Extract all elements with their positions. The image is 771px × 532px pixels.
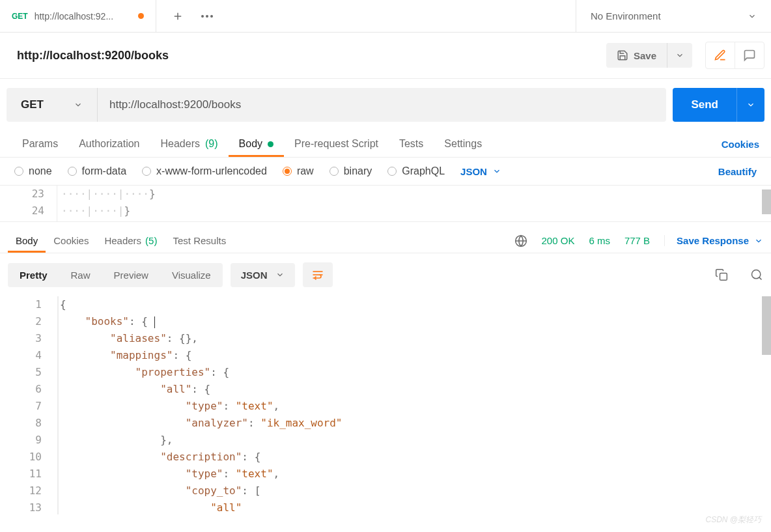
edit-button[interactable] xyxy=(706,42,735,68)
svg-point-10 xyxy=(752,270,761,279)
comment-button[interactable] xyxy=(735,42,764,68)
send-dropdown[interactable] xyxy=(736,88,764,122)
environment-selector[interactable]: No Environment xyxy=(576,0,771,32)
request-tabs: Params Authorization Headers (9) Body Pr… xyxy=(0,131,771,158)
tab-settings[interactable]: Settings xyxy=(434,131,492,157)
send-group: Send xyxy=(673,88,764,122)
svg-point-4 xyxy=(210,15,213,18)
radio-raw[interactable]: raw xyxy=(283,165,314,177)
tab-params[interactable]: Params xyxy=(12,131,68,157)
resp-tab-headers[interactable]: Headers (5) xyxy=(96,229,165,253)
tab-title: http://localhost:92... xyxy=(35,11,132,21)
view-raw[interactable]: Raw xyxy=(59,263,102,287)
request-header: http://localhost:9200/books Save xyxy=(0,33,771,79)
method-select[interactable]: GET xyxy=(7,88,98,122)
status-code: 200 OK xyxy=(542,235,575,246)
method-url-group: GET xyxy=(7,88,666,122)
view-pretty[interactable]: Pretty xyxy=(8,263,59,287)
tab-actions xyxy=(156,0,229,32)
comment-icon xyxy=(743,49,756,62)
wrap-icon xyxy=(311,268,325,281)
response-language-select[interactable]: JSON xyxy=(231,263,295,287)
chevron-down-icon xyxy=(754,236,763,245)
view-visualize[interactable]: Visualize xyxy=(160,263,223,287)
tab-tests[interactable]: Tests xyxy=(389,131,434,157)
response-view-row: Pretty Raw Preview Visualize JSON xyxy=(0,253,771,296)
chevron-down-icon xyxy=(492,167,501,176)
chevron-down-icon xyxy=(275,270,285,279)
tab-headers[interactable]: Headers (9) xyxy=(150,131,229,157)
resp-tab-cookies[interactable]: Cookies xyxy=(46,229,96,253)
watermark: CSDN @梨轻巧 xyxy=(705,514,761,525)
tab-bar: GET http://localhost:92... No Environmen… xyxy=(0,0,771,33)
svg-point-3 xyxy=(206,15,208,18)
response-tabs: Body Cookies Headers (5) Test Results 20… xyxy=(0,222,771,253)
chevron-down-icon xyxy=(748,12,757,21)
body-language-select[interactable]: JSON xyxy=(460,166,501,177)
chevron-down-icon xyxy=(74,100,83,109)
status-size: 777 B xyxy=(624,235,650,246)
svg-point-2 xyxy=(201,15,204,18)
chevron-down-icon xyxy=(746,100,755,109)
save-icon xyxy=(617,49,628,61)
tab-authorization[interactable]: Authorization xyxy=(68,131,150,157)
unsaved-dot-icon xyxy=(138,13,144,19)
view-preview[interactable]: Preview xyxy=(102,263,160,287)
radio-none[interactable]: none xyxy=(14,165,52,177)
method-label: GET xyxy=(21,98,44,111)
radio-binary[interactable]: binary xyxy=(329,165,372,177)
view-segmented: Pretty Raw Preview Visualize xyxy=(8,263,223,287)
body-type-row: none form-data x-www-form-urlencoded raw… xyxy=(0,158,771,186)
url-row: GET Send xyxy=(0,79,771,131)
environment-label: No Environment xyxy=(591,10,661,21)
svg-rect-9 xyxy=(720,273,727,281)
svg-line-11 xyxy=(759,277,762,280)
request-body-editor[interactable]: 23····|····|····}24····|····|} xyxy=(0,186,771,222)
save-button[interactable]: Save xyxy=(606,43,667,68)
scrollbar-thumb[interactable] xyxy=(762,189,771,214)
new-tab-button[interactable] xyxy=(172,10,184,22)
save-button-group: Save xyxy=(606,43,692,68)
right-actions xyxy=(705,42,764,69)
resp-tab-body[interactable]: Body xyxy=(8,229,46,253)
cookies-link[interactable]: Cookies xyxy=(722,139,759,150)
url-input[interactable] xyxy=(98,88,666,122)
radio-x-www-form-urlencoded[interactable]: x-www-form-urlencoded xyxy=(142,165,267,177)
beautify-button[interactable]: Beautify xyxy=(718,166,757,177)
tab-body[interactable]: Body xyxy=(229,131,284,157)
more-tabs-button[interactable] xyxy=(201,14,214,18)
radio-form-data[interactable]: form-data xyxy=(68,165,126,177)
pencil-icon xyxy=(714,49,727,62)
copy-response-button[interactable] xyxy=(715,268,728,281)
tab-method: GET xyxy=(12,12,28,21)
radio-graphql[interactable]: GraphQL xyxy=(387,165,445,177)
tab-pre-request-script[interactable]: Pre-request Script xyxy=(284,131,389,157)
save-label: Save xyxy=(634,50,656,61)
save-dropdown[interactable] xyxy=(667,43,692,68)
request-name: http://localhost:9200/books xyxy=(17,49,169,63)
request-tab[interactable]: GET http://localhost:92... xyxy=(0,0,156,32)
wrap-lines-button[interactable] xyxy=(303,262,333,287)
status-time: 6 ms xyxy=(589,235,610,246)
save-response-button[interactable]: Save Response xyxy=(664,235,763,246)
scrollbar-thumb[interactable] xyxy=(762,296,771,355)
send-button[interactable]: Send xyxy=(673,88,736,122)
chevron-down-icon xyxy=(675,51,684,60)
globe-icon[interactable] xyxy=(514,234,527,247)
resp-tab-test-results[interactable]: Test Results xyxy=(165,229,234,253)
response-body-viewer[interactable]: 1{2 "books": {3 "aliases": {},4 "mapping… xyxy=(0,296,771,514)
search-response-button[interactable] xyxy=(750,268,763,281)
body-indicator-icon xyxy=(268,141,273,147)
